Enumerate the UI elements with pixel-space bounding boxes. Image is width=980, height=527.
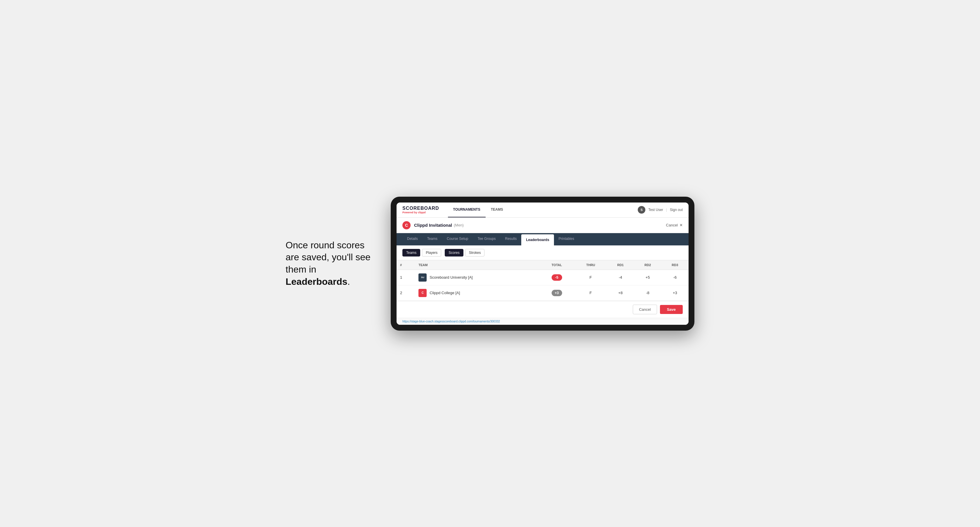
top-nav: SCOREBOARD Powered by clippd TOURNAMENTS…: [396, 203, 689, 218]
col-rd1: RD1: [607, 260, 634, 270]
url-bar: https://stage-blue-coach.stagesscoreboar…: [396, 318, 689, 325]
nav-right: S Test User | Sign out: [638, 206, 683, 214]
sub-tabs: Teams Players Scores Strokes: [396, 245, 689, 260]
tournament-header: C Clippd Invitational (Men) Cancel ✕: [396, 218, 689, 233]
leaderboard-table-wrap: # TEAM TOTAL THRU RD1 RD2 RD3: [396, 260, 689, 301]
content-area: # TEAM TOTAL THRU RD1 RD2 RD3: [396, 260, 689, 301]
score-badge: +3: [552, 290, 562, 296]
rd2-cell: +5: [634, 270, 661, 285]
col-total: TOTAL: [539, 260, 575, 270]
logo-powered-by: Powered by clippd: [402, 211, 439, 214]
thru-cell: F: [574, 270, 607, 285]
team-cell: C Clippd College [A]: [415, 285, 539, 300]
total-cell: +3: [539, 285, 575, 300]
sub-tab-players[interactable]: Players: [422, 249, 441, 257]
tab-tee-groups[interactable]: Tee Groups: [473, 233, 500, 245]
table-header-row: # TEAM TOTAL THRU RD1 RD2 RD3: [396, 260, 689, 270]
tablet-frame: SCOREBOARD Powered by clippd TOURNAMENTS…: [391, 197, 694, 331]
team-name: Scoreboard University [A]: [430, 275, 473, 279]
team-logo: SU: [418, 273, 426, 282]
team-logo: C: [418, 289, 426, 297]
sidebar-text-after: .: [347, 276, 350, 287]
cancel-button-top[interactable]: Cancel ✕: [666, 223, 683, 227]
separator: |: [666, 208, 667, 212]
tablet-screen: SCOREBOARD Powered by clippd TOURNAMENTS…: [396, 203, 689, 325]
rank-cell: 2: [396, 285, 415, 300]
nav-link-tournaments[interactable]: TOURNAMENTS: [448, 203, 485, 217]
tournament-icon: C: [402, 221, 410, 229]
rd3-cell: -6: [662, 270, 689, 285]
rd3-cell: +3: [662, 285, 689, 300]
page-wrapper: Once round scores are saved, you'll see …: [286, 197, 694, 331]
rank-cell: 1: [396, 270, 415, 285]
user-avatar: S: [638, 206, 645, 214]
nav-link-teams[interactable]: TEAMS: [485, 203, 508, 217]
tournament-gender: (Men): [454, 223, 464, 227]
rd2-cell: -8: [634, 285, 661, 300]
user-name: Test User: [648, 208, 663, 212]
sub-tab-scores[interactable]: Scores: [445, 249, 463, 257]
tab-results[interactable]: Results: [500, 233, 521, 245]
thru-cell: F: [574, 285, 607, 300]
tab-leaderboards[interactable]: Leaderboards: [521, 234, 554, 245]
logo-area: SCOREBOARD Powered by clippd: [402, 206, 439, 214]
logo-scoreboard: SCOREBOARD: [402, 206, 439, 211]
cancel-button[interactable]: Cancel: [633, 305, 657, 314]
tab-teams[interactable]: Teams: [423, 233, 442, 245]
col-rank: #: [396, 260, 415, 270]
total-cell: -5: [539, 270, 575, 285]
col-team: TEAM: [415, 260, 539, 270]
score-badge: -5: [552, 274, 562, 281]
table-row: 1 SU Scoreboard University [A] -5: [396, 270, 689, 285]
sub-tab-teams[interactable]: Teams: [402, 249, 420, 257]
sidebar-text-before: Once round scores are saved, you'll see …: [286, 240, 371, 275]
rd1-cell: -4: [607, 270, 634, 285]
col-rd2: RD2: [634, 260, 661, 270]
tab-course-setup[interactable]: Course Setup: [442, 233, 473, 245]
sidebar-bold-text: Leaderboards: [286, 276, 347, 287]
rd1-cell: +8: [607, 285, 634, 300]
table-row: 2 C Clippd College [A] +3: [396, 285, 689, 300]
tournament-title: Clippd Invitational: [414, 223, 452, 228]
sidebar-description: Once round scores are saved, you'll see …: [286, 239, 373, 288]
close-icon: ✕: [679, 223, 683, 227]
col-thru: THRU: [574, 260, 607, 270]
col-rd3: RD3: [662, 260, 689, 270]
team-cell: SU Scoreboard University [A]: [415, 270, 539, 285]
team-name: Clippd College [A]: [430, 290, 460, 295]
nav-links: TOURNAMENTS TEAMS: [448, 203, 508, 217]
leaderboard-table: # TEAM TOTAL THRU RD1 RD2 RD3: [396, 260, 689, 301]
save-button[interactable]: Save: [660, 305, 683, 314]
sign-out-link[interactable]: Sign out: [670, 208, 683, 212]
tab-details[interactable]: Details: [402, 233, 423, 245]
footer: Cancel Save: [396, 301, 689, 318]
sub-tab-strokes[interactable]: Strokes: [465, 249, 485, 257]
tab-nav: Details Teams Course Setup Tee Groups Re…: [396, 233, 689, 245]
tab-printables[interactable]: Printables: [554, 233, 579, 245]
